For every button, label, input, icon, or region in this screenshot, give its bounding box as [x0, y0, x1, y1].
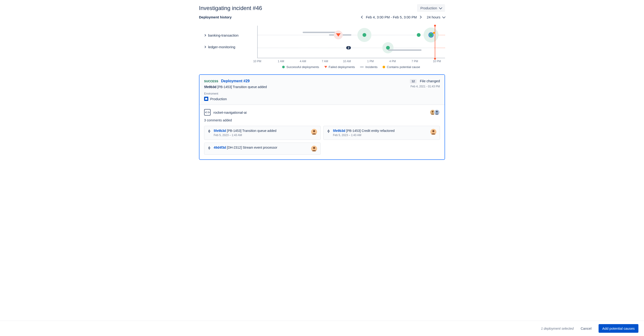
svg-point-18	[313, 147, 315, 149]
commit-card[interactable]: 5fe9b3d [PB-1453] Credit entity refactor…	[324, 126, 440, 140]
potential-cause-indicator	[433, 32, 435, 34]
deployment-timestamp: Feb 4, 2021 - 01:43 PM	[410, 85, 440, 88]
legend-incident-icon	[360, 66, 364, 68]
contributor-avatars[interactable]	[432, 109, 440, 115]
deployment-cluster-count[interactable]: 2	[346, 46, 351, 50]
time-range-selector[interactable]: 24 hours	[427, 15, 445, 19]
commit-icon	[208, 130, 211, 133]
avatar	[311, 146, 317, 152]
svg-point-1	[432, 111, 433, 112]
timeline-legend: Successful deployments Failed deployment…	[257, 65, 445, 69]
svg-point-4	[208, 130, 210, 132]
comments-count: 3 comments added	[204, 118, 440, 122]
timeline-track	[258, 48, 445, 48]
page-title: Investigating incident #46	[199, 5, 262, 12]
commit-card[interactable]: 5fe9b3d [PB-1453] Transition queue added…	[204, 126, 320, 140]
avatar	[311, 129, 317, 135]
svg-point-8	[313, 130, 315, 132]
commit-icon	[208, 146, 211, 150]
deployment-status-badge: SUCCESS	[204, 80, 218, 83]
deployment-history-title: Deployment history	[199, 15, 232, 19]
avatar	[434, 109, 440, 115]
avatar	[430, 129, 436, 135]
environment-selector-label: Production	[420, 6, 437, 10]
incident-bar[interactable]	[303, 32, 336, 33]
successful-deployment-marker[interactable]	[386, 46, 390, 50]
chevron-down-icon	[439, 6, 442, 9]
bitbucket-icon	[204, 97, 208, 101]
repo-name[interactable]: rocket-navigational-ai	[214, 110, 247, 114]
deployment-detail-panel: SUCCESS Deployment #29 5fe9b3d [PB-1453]…	[199, 74, 445, 160]
deployment-title-link[interactable]: Deployment #29	[221, 79, 250, 83]
successful-deployment-marker[interactable]	[417, 33, 420, 37]
time-range-label: 24 hours	[427, 15, 440, 19]
code-icon: <·>	[204, 109, 211, 116]
incident-bar[interactable]	[388, 50, 422, 51]
legend-success-icon	[282, 66, 285, 68]
failed-deployment-marker[interactable]	[336, 33, 341, 36]
date-next-button[interactable]	[419, 16, 422, 19]
svg-point-13	[432, 130, 434, 132]
timeline-row-toggle[interactable]: ledger-monitoring	[199, 41, 257, 53]
successful-deployment-marker[interactable]	[362, 33, 366, 37]
successful-deployment-marker[interactable]	[429, 33, 433, 37]
svg-point-14	[208, 147, 210, 149]
date-prev-button[interactable]	[361, 16, 364, 19]
commit-icon	[327, 130, 330, 133]
commit-card[interactable]: 49d4f3d [DH-2312] Stream event processor	[204, 142, 320, 155]
chevron-down-icon	[442, 15, 446, 18]
legend-cause-icon	[382, 66, 385, 68]
environment-value: Production	[210, 97, 227, 101]
timeline-row-toggle[interactable]: banking-transaction	[199, 29, 257, 41]
chevron-right-icon	[204, 46, 206, 48]
timeline-row-label: ledger-monitoring	[208, 45, 235, 49]
environment-selector[interactable]: Production	[417, 4, 445, 12]
chevron-right-icon	[204, 34, 206, 36]
timeline-x-axis: 10 PM 1 AM 4 AM 7 AM 10 AM 1 PM 4 PM 7 P…	[257, 60, 445, 63]
svg-point-9	[328, 130, 329, 132]
svg-point-3	[436, 111, 438, 112]
file-changed-label: File changed	[420, 79, 440, 83]
environment-label: Enviroment	[204, 92, 267, 95]
date-range-label: Feb 4, 3:00 PM - Feb 5, 3:00 PM	[366, 15, 416, 19]
timeline-chart[interactable]: 2	[257, 26, 445, 58]
timeline-track-future	[434, 48, 445, 48]
deployment-commit-line: 5fe9b3d [PB-1453] Transition queue added	[204, 85, 267, 89]
now-marker	[435, 26, 435, 58]
legend-failed-icon	[324, 66, 327, 68]
file-count-badge: 12	[410, 79, 416, 84]
timeline-row-label: banking-transaction	[208, 33, 238, 37]
